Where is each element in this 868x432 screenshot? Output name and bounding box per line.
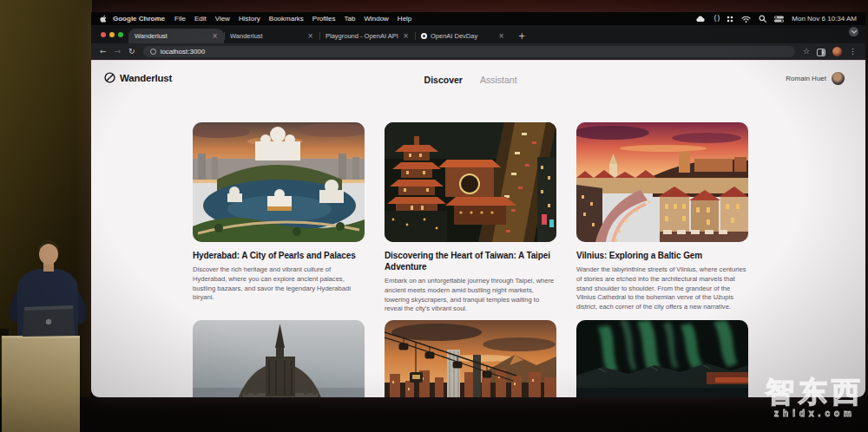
zoom-window-button[interactable] xyxy=(118,32,123,37)
card-cable-cars[interactable] xyxy=(385,320,556,397)
cards-row-1: Hyderabad: A City of Pearls and Palaces … xyxy=(193,122,748,314)
tab-title: OpenAI DevDay xyxy=(431,32,495,40)
page-nav: Discover Assistant xyxy=(424,75,517,85)
openai-favicon xyxy=(421,33,427,39)
user-chip[interactable]: Romain Huet xyxy=(786,72,845,85)
search-icon[interactable] xyxy=(759,15,766,23)
menu-profiles[interactable]: Profiles xyxy=(312,15,336,23)
site-info-icon[interactable] xyxy=(150,49,156,55)
card-description: Wander the labyrinthine streets of Vilni… xyxy=(576,265,748,312)
presentation-screen: Google Chrome File Edit View History Boo… xyxy=(91,12,865,397)
user-avatar xyxy=(832,72,845,85)
card-hyderabad[interactable]: Hyderabad: A City of Pearls and Palaces … xyxy=(193,122,365,314)
card-title: Discovering the Heart of Taiwan: A Taipe… xyxy=(385,250,556,272)
menu-history[interactable]: History xyxy=(239,15,260,23)
close-window-button[interactable] xyxy=(101,32,106,37)
stage-floor xyxy=(0,397,868,432)
menu-view[interactable]: View xyxy=(215,15,230,23)
tab-wanderlust-2[interactable]: Wanderlust × xyxy=(224,29,319,43)
address-bar[interactable]: localhost:3000 xyxy=(143,46,795,57)
watermark: 智东西 zhidx.com xyxy=(766,377,865,418)
control-center-icon[interactable] xyxy=(774,16,784,23)
window-controls xyxy=(101,32,123,37)
tab-title: Wanderlust xyxy=(230,32,304,40)
card-mont-saint-michel[interactable] xyxy=(193,320,365,397)
browser-profile-avatar[interactable] xyxy=(832,47,842,56)
card-description: Discover the rich heritage and vibrant c… xyxy=(193,265,365,303)
cards-row-2 xyxy=(193,320,748,397)
card-image-hyderabad xyxy=(193,122,365,242)
app-grid-icon[interactable] xyxy=(727,16,733,23)
wanderlust-brand[interactable]: Wanderlust xyxy=(104,72,172,83)
tab-title: Playground - OpenAI API xyxy=(326,32,399,40)
wifi-icon[interactable] xyxy=(741,16,751,23)
menu-file[interactable]: File xyxy=(174,15,186,23)
tab-playground[interactable]: Playground - OpenAI API × xyxy=(319,29,415,43)
macos-menubar: Google Chrome File Edit View History Boo… xyxy=(91,12,865,25)
card-taipei[interactable]: Discovering the Heart of Taiwan: A Taipe… xyxy=(385,122,556,314)
card-image-taipei xyxy=(385,122,556,242)
watermark-logo: 智东西 xyxy=(766,377,865,406)
card-title: Hyderabad: A City of Pearls and Palaces xyxy=(193,250,365,261)
back-button[interactable]: ← xyxy=(100,48,107,56)
cloud-icon[interactable] xyxy=(695,16,706,23)
menu-window[interactable]: Window xyxy=(364,15,388,23)
bookmark-star-icon[interactable]: ☆ xyxy=(803,48,810,56)
cards-grid: Hyderabad: A City of Pearls and Palaces … xyxy=(193,122,748,314)
presenter-at-podium xyxy=(0,227,97,432)
tab-discover[interactable]: Discover xyxy=(424,75,463,85)
tab-wanderlust-1[interactable]: Wanderlust × xyxy=(128,29,224,43)
menubar-clock[interactable]: Mon Nov 6 10:34 AM xyxy=(792,15,857,23)
side-panel-icon[interactable] xyxy=(817,44,825,60)
wanderlust-page: Wanderlust Discover Assistant Romain Hue… xyxy=(91,60,865,397)
tab-assistant[interactable]: Assistant xyxy=(480,75,517,85)
stage-backdrop xyxy=(92,0,868,12)
new-tab-button[interactable]: + xyxy=(518,29,525,43)
tab-title: Wanderlust xyxy=(135,32,208,40)
card-image-mont-saint-michel xyxy=(193,320,365,397)
apple-menu-icon[interactable] xyxy=(100,15,107,23)
chrome-toolbar: ← → ↻ localhost:3000 ☆ ⋮ xyxy=(91,43,865,60)
brand-name: Wanderlust xyxy=(120,73,172,83)
menubar-app-name[interactable]: Google Chrome xyxy=(113,15,165,23)
card-aurora[interactable] xyxy=(576,320,748,397)
card-description: Embark on an unforgettable journey throu… xyxy=(385,277,556,314)
card-vilnius[interactable]: Vilnius: Exploring a Baltic Gem Wander t… xyxy=(576,122,748,314)
tab-openai-devday[interactable]: OpenAI DevDay × xyxy=(415,29,510,43)
close-tab-icon[interactable]: × xyxy=(498,32,504,40)
menu-tab[interactable]: Tab xyxy=(345,15,356,23)
url-text: localhost:3000 xyxy=(161,48,206,56)
braces-icon[interactable]: ( ) xyxy=(713,15,719,23)
menu-help[interactable]: Help xyxy=(398,15,411,23)
compass-logo-icon xyxy=(104,72,115,83)
chrome-tab-strip: Wanderlust × Wanderlust × Playground - O… xyxy=(91,25,865,43)
menubar-overflow-chevron[interactable] xyxy=(849,27,858,36)
chrome-menu-icon[interactable]: ⋮ xyxy=(849,48,857,56)
watermark-domain: zhidx.com xyxy=(766,409,865,418)
stage-photo: Google Chrome File Edit View History Boo… xyxy=(0,0,868,432)
close-tab-icon[interactable]: × xyxy=(212,32,218,40)
close-tab-icon[interactable]: × xyxy=(403,32,409,40)
user-name: Romain Huet xyxy=(786,75,826,82)
card-image-cable-cars xyxy=(385,320,556,397)
tabs: Wanderlust × Wanderlust × Playground - O… xyxy=(128,29,525,43)
minimize-window-button[interactable] xyxy=(109,32,115,37)
card-image-aurora xyxy=(576,320,748,397)
menu-bookmarks[interactable]: Bookmarks xyxy=(269,15,304,23)
reload-button[interactable]: ↻ xyxy=(128,48,135,56)
card-title: Vilnius: Exploring a Baltic Gem xyxy=(576,250,748,261)
card-image-vilnius xyxy=(576,122,748,242)
toolbar-actions: ☆ ⋮ xyxy=(803,44,857,60)
menubar-status-area: ( ) Mon Nov 6 10:34 AM xyxy=(695,15,857,23)
menu-edit[interactable]: Edit xyxy=(194,15,207,23)
close-tab-icon[interactable]: × xyxy=(307,32,313,40)
forward-button[interactable]: → xyxy=(115,48,122,56)
